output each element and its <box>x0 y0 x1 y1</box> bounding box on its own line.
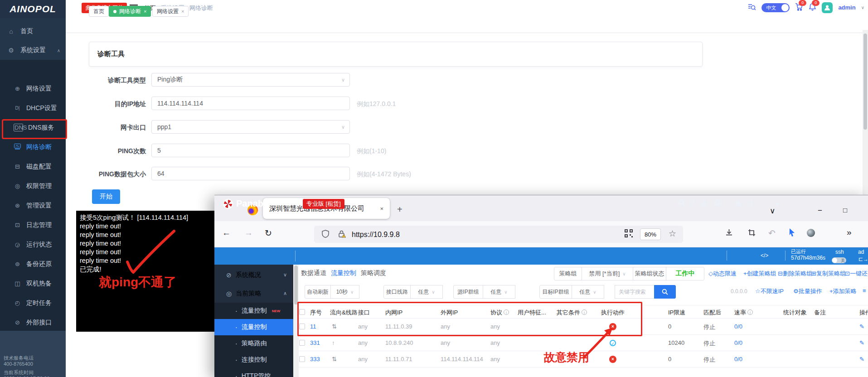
screenshot-crop-icon[interactable] <box>748 229 756 238</box>
sidebar-item-scheduled-tasks[interactable]: ◴定时任务 <box>0 293 66 313</box>
edit-icon[interactable]: ✎ <box>859 323 864 330</box>
sidebar-item-logs[interactable]: ⊡日志管理 <box>0 215 66 235</box>
col-lan-ip[interactable]: 内网IP <box>385 309 402 317</box>
upload-icon[interactable]: ⇧ <box>749 199 755 208</box>
notification-bell-button[interactable]: 0 <box>809 3 816 13</box>
forward-icon[interactable]: → <box>244 228 253 238</box>
maximize-icon[interactable]: □ <box>843 206 847 214</box>
new-tab-icon[interactable]: + <box>397 204 402 215</box>
deny-action-icon[interactable]: × <box>609 323 616 330</box>
user-menu-caret-icon[interactable]: ∨ <box>861 5 864 10</box>
policy-status-button[interactable]: 策略组状态 <box>633 267 666 280</box>
panabit-sidebar-current-policy[interactable]: ◎ 当前策略 ∧ <box>214 284 293 303</box>
col-wan-ip[interactable]: 外网IP <box>441 309 458 317</box>
extension-globe-icon[interactable] <box>807 229 815 237</box>
lock-warning-icon[interactable]: ! <box>338 230 346 240</box>
target-ip-input[interactable]: 114.114.114.114 <box>151 97 350 110</box>
panabit-bell-icon[interactable] <box>714 199 721 208</box>
edit-icon[interactable]: ✎ <box>859 356 864 362</box>
cart-button[interactable]: 0 <box>795 3 803 13</box>
page-scrollbar-thumb[interactable] <box>863 34 867 130</box>
col-stat-target[interactable]: 统计对象 <box>783 309 807 317</box>
packet-size-input[interactable]: 64 <box>151 167 350 180</box>
panabit-search-icon[interactable] <box>679 199 685 208</box>
keyword-search-input[interactable]: 关键字搜索 <box>615 285 655 299</box>
tab-home[interactable]: 首页 <box>89 6 109 17</box>
src-ip-filter-select[interactable]: 任意∨ <box>483 285 515 299</box>
more-icon[interactable]: ≡ <box>863 287 866 294</box>
row-checkbox[interactable] <box>299 340 305 346</box>
row-seq[interactable]: 333 <box>310 356 320 362</box>
policy-group-button[interactable]: 策略组 <box>554 267 582 280</box>
grid-apps-icon[interactable]: ⊞ <box>736 199 742 208</box>
allow-action-icon[interactable]: ✓ <box>610 340 616 346</box>
panabit-tab-data-channel[interactable]: 数据通道 <box>301 269 326 277</box>
refresh-interval-select[interactable]: 10秒∨ <box>330 285 359 299</box>
col-seq[interactable]: 序号 <box>310 309 322 317</box>
col-ops[interactable]: 操作 <box>859 309 868 317</box>
tool-type-select[interactable]: Ping诊断∨ <box>151 73 350 87</box>
row-seq[interactable]: 11 <box>310 323 316 330</box>
zoom-level[interactable]: 80% <box>640 228 661 240</box>
edit-icon[interactable]: ✎ <box>859 339 864 346</box>
reload-icon[interactable]: ↻ <box>265 228 272 238</box>
col-remark[interactable]: 备注 <box>814 309 826 317</box>
panabit-sidebar-item-policy-route[interactable]: ·策略路由 <box>214 335 293 352</box>
dst-ip-filter-select[interactable]: 任意∨ <box>572 285 604 299</box>
col-rate[interactable]: 速率i <box>734 309 753 317</box>
policy-row-11[interactable]: 11 ⇅ any 11.11.0.39 any any × 0 停止 0/0 ✎… <box>299 319 868 335</box>
col-proto[interactable]: 协议i <box>490 309 509 317</box>
policy-row-331[interactable]: 331 ↑ any 10.8.9.240 any any ✓ 10240 停止 … <box>299 335 868 351</box>
panabit-sidebar-overview[interactable]: ⊘ 系统概况 ∨ <box>214 266 293 284</box>
shield-icon[interactable] <box>322 230 329 240</box>
qr-translate-icon[interactable] <box>625 229 633 239</box>
nic-select[interactable]: ppp1∨ <box>151 120 350 134</box>
col-user-feature[interactable]: 用户特征... <box>518 309 546 317</box>
tab-network-settings[interactable]: 网络设置 × <box>152 6 189 17</box>
search-button[interactable] <box>654 285 676 299</box>
col-direction[interactable]: 流向&线路 <box>330 309 358 317</box>
sidebar-item-external-interface[interactable]: ⊘外部接口 <box>0 313 66 332</box>
language-toggle[interactable]: 中文 <box>761 3 790 12</box>
sidebar-item-backup-restore[interactable]: ⊚备份还原 <box>0 254 66 274</box>
link-create-policy-group[interactable]: +创建策略组 <box>743 270 776 278</box>
start-button[interactable]: 开始 <box>92 189 120 204</box>
tab-list-caret-icon[interactable]: ∨ <box>770 206 775 216</box>
tab-network-diagnosis[interactable]: 网络诊断 × <box>109 6 151 17</box>
link-add-policy[interactable]: +添加策略 <box>829 287 857 295</box>
select-all-checkbox[interactable] <box>299 309 305 315</box>
link-batch-ops[interactable]: ⚙批量操作 <box>793 287 822 295</box>
code-icon[interactable]: </> <box>761 252 768 259</box>
row-checkbox[interactable] <box>299 324 305 329</box>
panabit-sidebar-item-flow-control[interactable]: ·流量控制 <box>214 319 293 335</box>
sidebar-item-home[interactable]: ⌂ 首页 <box>0 22 66 41</box>
close-tab-icon[interactable]: × <box>380 205 383 212</box>
panabit-sidebar-item-http-control[interactable]: ·HTTP管控 <box>214 368 293 377</box>
col-after-match[interactable]: 匹配后 <box>703 309 721 317</box>
theme-palette-icon[interactable]: ⊚ <box>701 199 707 208</box>
download-icon[interactable] <box>725 229 733 238</box>
row-checkbox[interactable] <box>299 356 305 362</box>
minimize-icon[interactable]: − <box>818 206 822 215</box>
panabit-sidebar-item-flow-control-new[interactable]: ·流量控制NEW <box>214 303 293 319</box>
panabit-tab-flow-control[interactable]: 流量控制 <box>331 269 356 277</box>
username[interactable]: admin <box>838 4 855 11</box>
back-icon[interactable]: ← <box>222 228 231 238</box>
sidebar-group-system-settings[interactable]: ⚙ 系统设置 ∧ <box>0 41 66 60</box>
col-other-cond[interactable]: 其它条件i <box>557 309 587 317</box>
iface-filter-select[interactable]: 任意∨ <box>410 285 443 299</box>
policy-group-select[interactable]: 禁用 [*当前]∨ <box>582 267 633 280</box>
undo-icon[interactable]: ↶ <box>768 228 776 238</box>
pointer-extension-icon[interactable] <box>789 228 796 238</box>
sidebar-item-running-status[interactable]: ◶运行状态 <box>0 235 66 254</box>
ssh-toggle[interactable]: 关 <box>832 257 846 263</box>
link-one-key-restore[interactable]: ⊡一键还原 <box>845 270 868 278</box>
ping-count-input[interactable]: 5 <box>151 144 350 157</box>
panabit-sidebar-item-connection-control[interactable]: ·连接控制 <box>214 352 293 368</box>
close-tab-icon[interactable]: × <box>181 9 184 14</box>
auto-refresh-button[interactable]: 自动刷新 <box>305 285 331 299</box>
col-iface[interactable]: 接口 <box>358 309 370 317</box>
sidebar-item-hot-standby[interactable]: ◫双机热备 <box>0 274 66 293</box>
doc-search-icon[interactable] <box>748 3 756 13</box>
overflow-chevrons-icon[interactable]: » <box>847 227 852 237</box>
